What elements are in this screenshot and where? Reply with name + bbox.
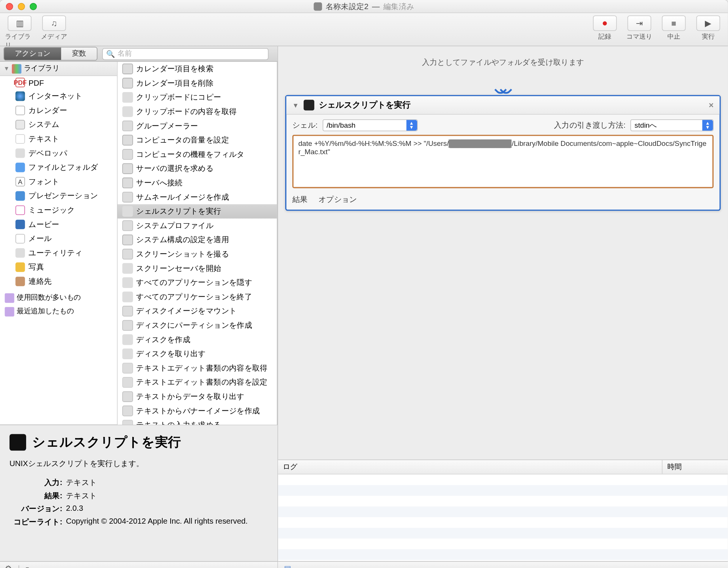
action-label: テキストエディット書類の内容を取得 — [136, 363, 268, 373]
sidebar-item[interactable]: ファイルとフォルダ — [0, 160, 117, 175]
sidebar-item[interactable]: テキスト — [0, 132, 117, 146]
duration-icon[interactable]: ⋯ — [298, 564, 306, 568]
search-input[interactable]: 🔍 名前 — [102, 48, 269, 59]
action-item[interactable]: テキストエディット書類の内容を設定 — [118, 375, 277, 390]
sidebar-item-label: ユーティリティ — [28, 247, 83, 258]
action-item[interactable]: カレンダー項目を検索 — [118, 62, 277, 76]
step-button[interactable]: ⇥ — [628, 16, 651, 31]
action-item[interactable]: スクリーンショットを撮る — [118, 247, 277, 261]
sidebar-item[interactable]: ムービー — [0, 217, 117, 232]
sidebar-item[interactable]: 写真 — [0, 260, 117, 274]
gear-icon[interactable]: ⚙︎ — [5, 564, 12, 568]
sidebar-item[interactable]: デベロッパ — [0, 146, 117, 160]
workflow-canvas[interactable]: 入力としてファイルやフォルダを受け取ります ▼ シェルスクリプトを実行 × シェ… — [278, 46, 728, 568]
shell-select[interactable]: /bin/bash ▲▼ — [322, 119, 417, 131]
action-label: コンピュータの機種をフィルタ — [136, 149, 245, 160]
action-label: スクリーンショットを撮る — [136, 249, 229, 260]
action-icon — [122, 92, 133, 103]
action-item[interactable]: ディスクにパーティションを作成 — [118, 318, 277, 333]
action-item[interactable]: グループメーラー — [118, 119, 277, 133]
sidebar-item[interactable]: インターネット — [0, 89, 117, 103]
sidebar-item[interactable]: ユーティリティ — [0, 246, 117, 260]
action-icon — [122, 64, 133, 74]
minimize-icon[interactable] — [18, 3, 25, 10]
log-column-time[interactable]: 時間 — [662, 460, 728, 474]
action-item[interactable]: システム構成の設定を適用 — [118, 233, 277, 247]
action-item[interactable]: サーバへ接続 — [118, 176, 277, 190]
sidebar-item[interactable]: プレゼンテーション — [0, 189, 117, 203]
action-item[interactable]: すべてのアプリケーションを隠す — [118, 275, 277, 290]
library-sidebar[interactable]: ▼ ライブラリ PDFPDFインターネットカレンダーシステムテキストデベロッパフ… — [0, 62, 118, 424]
action-item[interactable]: カレンダー項目を削除 — [118, 76, 277, 91]
sidebar-icon: ▥ — [16, 19, 24, 28]
tab-variable[interactable]: 変数 — [61, 47, 97, 60]
sidebar-item[interactable]: システム — [0, 117, 117, 132]
view-segmented[interactable]: アクション 変数 — [3, 47, 97, 61]
action-item[interactable]: テキストエディット書類の内容を取得 — [118, 361, 277, 376]
action-label: テキストからデータを取り出す — [136, 391, 245, 402]
action-label: ディスクイメージをマウント — [136, 306, 237, 316]
action-item[interactable]: テキストの入力を求める — [118, 418, 277, 424]
action-item[interactable]: ディスクイメージをマウント — [118, 304, 277, 318]
stop-button[interactable]: ■ — [662, 16, 686, 31]
action-item[interactable]: スクリーンセーバを開始 — [118, 261, 277, 275]
action-item[interactable]: ディスクを取り出す — [118, 347, 277, 361]
smart-folder[interactable]: 最近追加したもの — [0, 305, 117, 318]
action-item[interactable]: テキストからデータを取り出す — [118, 390, 277, 404]
options-tab[interactable]: オプション — [318, 194, 357, 205]
action-item[interactable]: クリップボードの内容を取得 — [118, 105, 277, 119]
action-item[interactable]: テキストからバナーイメージを作成 — [118, 404, 277, 418]
category-icon — [16, 277, 25, 286]
play-icon: ▶ — [705, 19, 711, 28]
result-tab[interactable]: 結果 — [292, 194, 308, 205]
chevron-down-icon[interactable]: ▾ — [26, 565, 29, 568]
info-panel: シェルスクリプトを実行 UNIXシェルスクリプトを実行します。 入力:テキスト … — [0, 424, 278, 561]
action-item[interactable]: コンピュータの機種をフィルタ — [118, 147, 277, 162]
sidebar-item-label: メール — [28, 233, 52, 244]
close-icon[interactable]: × — [709, 100, 714, 110]
actions-list[interactable]: カレンダー項目を検索カレンダー項目を削除クリップボードにコピークリップボードの内… — [118, 62, 278, 424]
library-header[interactable]: ▼ ライブラリ — [0, 62, 117, 76]
action-item[interactable]: ディスクを作成 — [118, 333, 277, 347]
action-label: テキストの入力を求める — [136, 420, 221, 425]
log-column-log[interactable]: ログ — [278, 460, 662, 474]
action-label: クリップボードの内容を取得 — [136, 106, 237, 117]
script-textarea[interactable]: date +%Y/%m/%d-%H:%M:%S:%M >> "/Users/██… — [292, 135, 714, 188]
sidebar-item[interactable]: カレンダー — [0, 103, 117, 118]
disclosure-icon[interactable]: ▼ — [292, 102, 299, 109]
action-label: サーバの選択を求める — [136, 163, 214, 174]
action-icon — [122, 420, 133, 425]
action-item[interactable]: シェルスクリプトを実行 — [118, 204, 277, 219]
log-icon[interactable]: ▤ — [284, 564, 291, 568]
smart-folder[interactable]: 使用回数が多いもの — [0, 291, 117, 305]
sidebar-item[interactable]: メール — [0, 232, 117, 246]
action-item[interactable]: システムプロファイル — [118, 219, 277, 233]
action-label: テキストからバナーイメージを作成 — [136, 405, 260, 416]
close-icon[interactable] — [6, 3, 13, 10]
books-icon — [12, 64, 21, 73]
zoom-icon[interactable] — [30, 3, 37, 10]
window-title: 名称未設定2 — 編集済み — [5, 1, 723, 11]
action-item[interactable]: コンピュータの音量を設定 — [118, 133, 277, 147]
library-button[interactable]: ▥ — [8, 16, 31, 31]
sidebar-item[interactable]: 連絡先 — [0, 274, 117, 289]
action-icon — [122, 306, 133, 316]
media-button[interactable]: ♫ — [42, 16, 66, 31]
record-icon: ● — [602, 18, 608, 28]
action-label: ディスクにパーティションを作成 — [136, 320, 253, 331]
action-item[interactable]: サーバの選択を求める — [118, 161, 277, 176]
tab-action[interactable]: アクション — [4, 47, 61, 60]
pass-select[interactable]: stdinへ ▲▼ — [631, 119, 714, 131]
action-item[interactable]: クリップボードにコピー — [118, 90, 277, 105]
card-header[interactable]: ▼ シェルスクリプトを実行 × — [286, 96, 719, 115]
action-card-shell[interactable]: ▼ シェルスクリプトを実行 × シェル: /bin/bash ▲▼ 入力の引き渡… — [285, 95, 721, 211]
sidebar-item[interactable]: Aフォント — [0, 175, 117, 189]
sidebar-item[interactable]: PDFPDF — [0, 76, 117, 89]
run-button[interactable]: ▶ — [697, 16, 720, 31]
action-icon — [122, 178, 133, 188]
action-item[interactable]: サムネールイメージを作成 — [118, 190, 277, 204]
action-item[interactable]: すべてのアプリケーションを終了 — [118, 290, 277, 304]
record-button[interactable]: ● — [593, 16, 617, 31]
sidebar-item-label: 連絡先 — [28, 276, 52, 287]
sidebar-item[interactable]: ミュージック — [0, 203, 117, 217]
